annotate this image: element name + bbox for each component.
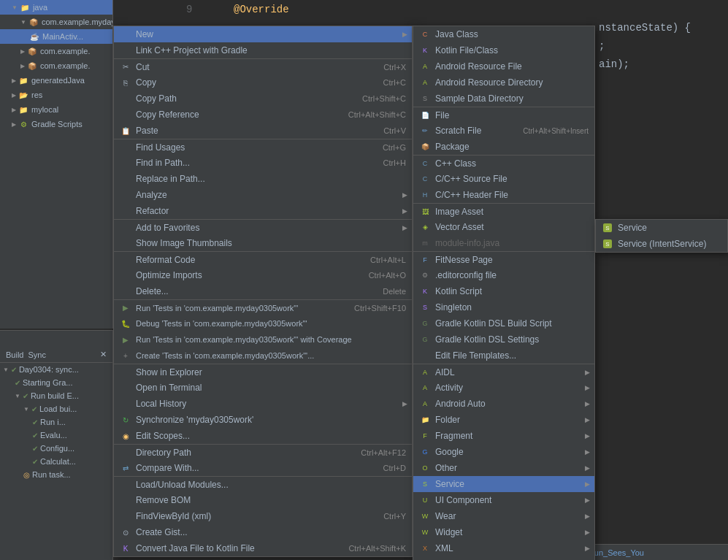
menu-item-findviewbyid[interactable]: FindViewById (xml) Ctrl+Y <box>114 508 412 524</box>
menu-item-directory-path[interactable]: Directory Path Ctrl+Alt+F12 <box>114 444 412 460</box>
build-item-2[interactable]: ▼ ✔ Run build E... <box>0 389 112 402</box>
folder-icon: 📁 <box>419 414 431 426</box>
submenu-cpp-class[interactable]: C C++ Class <box>413 155 594 171</box>
menu-item-compare[interactable]: ⇄ Compare With... Ctrl+D <box>114 460 412 476</box>
build-item-1[interactable]: ✔ Starting Gra... <box>0 376 112 389</box>
submenu-android-resource-file[interactable]: A Android Resource File <box>413 58 594 74</box>
menu-item-synchronize[interactable]: ↻ Synchronize 'myday0305work' <box>114 412 412 428</box>
build-item-7[interactable]: ✔ Calculat... <box>0 455 112 468</box>
submenu-service-item[interactable]: S Service <box>596 220 727 236</box>
edit-templates-icon <box>419 350 431 361</box>
submenu-editorconfig[interactable]: ⚙ .editorconfig file <box>413 267 594 283</box>
menu-item-paste[interactable]: 📋 Paste Ctrl+V <box>114 123 412 139</box>
menu-item-copy-reference[interactable]: Copy Reference Ctrl+Alt+Shift+C <box>114 107 412 123</box>
submenu-service-intent[interactable]: S Service (IntentService) <box>596 236 727 252</box>
submenu-java-class[interactable]: C Java Class <box>413 26 594 42</box>
menu-item-load-modules[interactable]: Load/Unload Modules... <box>114 476 412 492</box>
build-item-8[interactable]: ◎ Run task... <box>0 468 112 481</box>
submenu-widget[interactable]: W Widget <box>413 524 594 540</box>
menu-item-optimize[interactable]: Optimize Imports Ctrl+Alt+O <box>114 267 412 283</box>
menu-label: Open in Terminal <box>136 383 406 393</box>
build-item-6[interactable]: ✔ Configu... <box>0 442 112 455</box>
menu-item-debug-tests[interactable]: 🐛 Debug 'Tests in 'com.example.myday0305… <box>114 315 412 331</box>
submenu-gradle-kotlin-settings[interactable]: G Gradle Kotlin DSL Settings <box>413 331 594 348</box>
menu-label: Edit Scopes... <box>136 431 406 441</box>
menu-item-find-path[interactable]: Find in Path... Ctrl+H <box>114 155 412 171</box>
package-icon: 📦 <box>28 17 39 27</box>
submenu-edit-templates[interactable]: Edit File Templates... <box>413 348 594 364</box>
submenu-activity[interactable]: A Activity <box>413 380 594 396</box>
menu-item-create-gist[interactable]: ⊙ Create Gist... <box>114 524 412 540</box>
menu-item-replace-path[interactable]: Replace in Path... <box>114 171 412 187</box>
menu-item-convert-kotlin[interactable]: K Convert Java File to Kotlin File Ctrl+… <box>114 540 412 556</box>
submenu-xml[interactable]: X XML <box>413 540 594 556</box>
submenu-resource-bundle[interactable]: R Resource Bundle <box>413 556 594 560</box>
submenu-fitnesse[interactable]: F FitNesse Page <box>413 251 594 267</box>
menu-item-copy-path[interactable]: Copy Path Ctrl+Shift+C <box>114 91 412 107</box>
sidebar-item-generated[interactable]: ▶ 📁 generatedJava <box>0 73 112 88</box>
menu-item-reformat[interactable]: Reformat Code Ctrl+Alt+L <box>114 251 412 267</box>
submenu-ui-component[interactable]: U UI Component <box>413 492 594 508</box>
submenu-folder[interactable]: 📁 Folder <box>413 412 594 428</box>
sidebar-item-package3[interactable]: ▶ 📦 com.example. <box>0 58 112 73</box>
submenu-vector-asset[interactable]: ◈ Vector Asset <box>413 219 594 235</box>
menu-item-local-history[interactable]: Local History <box>114 396 412 412</box>
sidebar-label: mylocal <box>31 105 58 114</box>
build-item-5[interactable]: ✔ Evalu... <box>0 429 112 442</box>
submenu-scratch-file[interactable]: ✏ Scratch File Ctrl+Alt+Shift+Insert <box>413 123 594 139</box>
menu-item-new[interactable]: New <box>114 26 412 42</box>
sidebar-item-mainactivity[interactable]: ☕ MainActiv... <box>0 29 112 44</box>
image-asset-icon: 🖼 <box>419 206 431 218</box>
expand-icon: ▼ <box>15 393 20 399</box>
menu-item-open-terminal[interactable]: Open in Terminal <box>114 380 412 396</box>
submenu-android-auto[interactable]: A Android Auto <box>413 396 594 412</box>
menu-item-show-explorer[interactable]: Show in Explorer <box>114 364 412 380</box>
menu-item-find-usages[interactable]: Find Usages Ctrl+G <box>114 139 412 155</box>
menu-item-show-thumbnails[interactable]: Show Image Thumbnails <box>114 235 412 251</box>
submenu-kotlin-script[interactable]: K Kotlin Script <box>413 283 594 299</box>
submenu-cpp-source[interactable]: C C/C++ Source File <box>413 171 594 187</box>
close-icon[interactable]: ✕ <box>100 350 107 359</box>
submenu-aidl[interactable]: A AIDL <box>413 364 594 380</box>
sidebar-item-res[interactable]: ▶ 📂 res <box>0 88 112 102</box>
submenu-android-resource-dir[interactable]: A Android Resource Directory <box>413 74 594 91</box>
sidebar-item-mylocal[interactable]: ▶ 📁 mylocal <box>0 102 112 117</box>
submenu-fragment[interactable]: F Fragment <box>413 428 594 444</box>
sync-icon: ↻ <box>120 414 131 426</box>
build-label: Starting Gra... <box>23 378 72 387</box>
submenu-singleton[interactable]: S Singleton <box>413 299 594 315</box>
submenu-cpp-header[interactable]: H C/C++ Header File <box>413 187 594 203</box>
menu-item-create-tests[interactable]: + Create 'Tests in 'com.example.myday030… <box>114 348 412 364</box>
submenu-wear[interactable]: W Wear <box>413 508 594 524</box>
submenu-file[interactable]: 📄 File <box>413 107 594 123</box>
sidebar-item-package2[interactable]: ▶ 📦 com.example. <box>0 44 112 58</box>
menu-item-link-cpp[interactable]: Link C++ Project with Gradle <box>114 42 412 58</box>
scratch-icon: ✏ <box>419 125 431 137</box>
thumbnails-icon <box>120 237 131 249</box>
menu-item-analyze[interactable]: Analyze <box>114 187 412 203</box>
sidebar-item-java[interactable]: ▼ 📁 java <box>0 0 112 15</box>
menu-item-add-favorites[interactable]: Add to Favorites <box>114 219 412 235</box>
submenu-other[interactable]: O Other <box>413 460 594 476</box>
menu-item-run-tests[interactable]: ▶ Run 'Tests in 'com.example.myday0305wo… <box>114 299 412 315</box>
menu-item-copy[interactable]: ⎘ Copy Ctrl+C <box>114 74 412 91</box>
submenu-package[interactable]: 📦 Package <box>413 139 594 155</box>
menu-label: Add to Favorites <box>136 223 406 233</box>
build-item-3[interactable]: ▼ ✔ Load bui... <box>0 402 112 415</box>
submenu-gradle-kotlin-build[interactable]: G Gradle Kotlin DSL Build Script <box>413 315 594 331</box>
submenu-sample-data[interactable]: S Sample Data Directory <box>413 91 594 107</box>
submenu-service[interactable]: S Service <box>413 476 594 492</box>
build-item-0[interactable]: ▼ ✔ Day0304: sync... <box>0 363 112 376</box>
menu-item-remove-bom[interactable]: Remove BOM <box>114 492 412 508</box>
menu-item-edit-scopes[interactable]: ◉ Edit Scopes... <box>114 428 412 444</box>
sidebar-item-package1[interactable]: ▼ 📦 com.example.myday0305wo <box>0 15 112 29</box>
submenu-image-asset[interactable]: 🖼 Image Asset <box>413 203 594 219</box>
menu-item-run-coverage[interactable]: ▶ Run 'Tests in 'com.example.myday0305wo… <box>114 331 412 348</box>
menu-item-refactor[interactable]: Refactor <box>114 203 412 219</box>
submenu-google[interactable]: G Google <box>413 444 594 460</box>
build-item-4[interactable]: ✔ Run i... <box>0 415 112 429</box>
menu-item-delete[interactable]: Delete... Delete <box>114 283 412 299</box>
sidebar-item-gradle[interactable]: ▶ ⚙ Gradle Scripts <box>0 117 112 131</box>
menu-item-cut[interactable]: ✂ Cut Ctrl+X <box>114 58 412 74</box>
submenu-kotlin-class[interactable]: K Kotlin File/Class <box>413 42 594 58</box>
